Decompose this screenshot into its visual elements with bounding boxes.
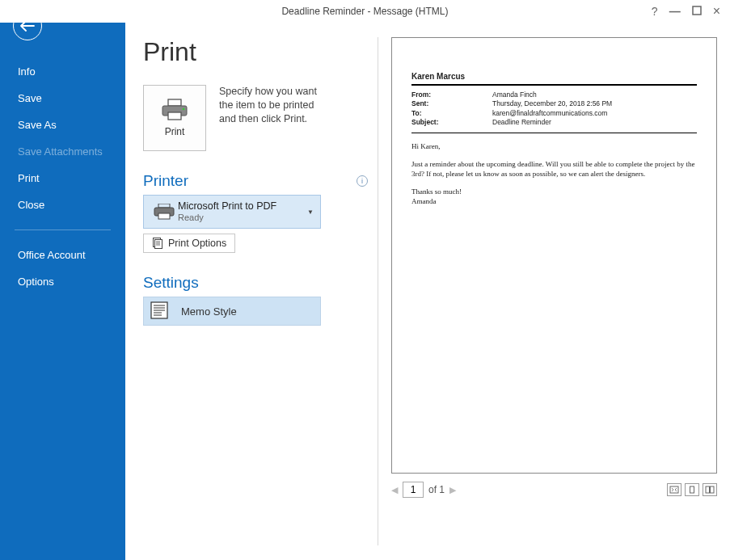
- print-button-label: Print: [165, 126, 185, 137]
- prev-page-icon[interactable]: ◀: [391, 485, 398, 495]
- sidebar-item-office-account[interactable]: Office Account: [0, 242, 125, 268]
- hdr-subject-value: Deadline Reminder: [492, 118, 551, 127]
- help-icon[interactable]: ?: [652, 6, 658, 17]
- preview-body: Hi Karen, Just a reminder about the upco…: [411, 141, 697, 207]
- hdr-sent-label: Sent:: [411, 99, 492, 108]
- sidebar-item-options[interactable]: Options: [0, 268, 125, 295]
- window-title: Deadline Reminder - Message (HTML): [281, 6, 448, 17]
- sidebar-item-info[interactable]: Info: [0, 58, 125, 85]
- body-greeting: Hi Karen,: [411, 141, 697, 151]
- window-controls: ? — ×: [652, 0, 725, 23]
- zoom-controls: [667, 483, 717, 496]
- svg-rect-3: [168, 112, 181, 120]
- hdr-to-value: karen@finaldraftcommunications.com: [492, 109, 607, 118]
- svg-rect-0: [693, 6, 701, 15]
- print-options-button[interactable]: Print Options: [143, 234, 235, 253]
- content-area: Print Print Specify how you want the ite…: [125, 23, 730, 560]
- hdr-to-label: To:: [411, 109, 492, 118]
- svg-rect-9: [155, 240, 162, 249]
- hdr-sent-value: Thursday, December 20, 2018 2:56 PM: [492, 99, 612, 108]
- printer-small-icon: [150, 204, 178, 220]
- svg-rect-11: [670, 486, 678, 493]
- title-bar: Deadline Reminder - Message (HTML) ? — ×: [0, 0, 730, 23]
- style-select[interactable]: Memo Style: [143, 297, 321, 326]
- backstage-sidebar: Info Save Save As Save Attachments Print…: [0, 0, 125, 560]
- sidebar-item-save-as[interactable]: Save As: [0, 112, 125, 138]
- svg-rect-14: [711, 486, 715, 493]
- sidebar-item-save[interactable]: Save: [0, 85, 125, 112]
- sidebar-item-close[interactable]: Close: [0, 192, 125, 218]
- svg-rect-12: [690, 486, 694, 493]
- preview-recipient-name: Karen Marcus: [411, 72, 697, 82]
- hdr-from-label: From:: [411, 91, 492, 99]
- svg-point-4: [183, 108, 185, 111]
- style-label: Memo Style: [181, 305, 237, 318]
- minimize-icon[interactable]: —: [669, 6, 681, 17]
- printer-name: Microsoft Print to PDF: [178, 200, 276, 213]
- memo-style-icon: [150, 301, 168, 322]
- sidebar-separator: [15, 229, 111, 230]
- print-options-icon: [152, 238, 163, 249]
- printer-section-label: Printer: [143, 172, 188, 190]
- body-closing1: Thanks so much!: [411, 187, 697, 196]
- printer-icon: [161, 99, 188, 121]
- page-title: Print: [143, 37, 368, 67]
- preview-page: Karen Marcus From:Amanda Finch Sent:Thur…: [391, 37, 717, 474]
- settings-section-label: Settings: [143, 274, 199, 292]
- zoom-fit-icon[interactable]: [667, 483, 681, 496]
- printer-section-title: Printer i: [143, 172, 368, 190]
- preview-pane: Karen Marcus From:Amanda Finch Sent:Thur…: [378, 23, 730, 560]
- sidebar-item-print[interactable]: Print: [0, 165, 125, 192]
- sidebar-item-save-attachments: Save Attachments: [0, 138, 125, 165]
- print-button[interactable]: Print: [143, 85, 206, 151]
- next-page-icon[interactable]: ▶: [449, 485, 456, 495]
- page-number-input[interactable]: [403, 482, 424, 498]
- printer-select[interactable]: Microsoft Print to PDF Ready ▼: [143, 195, 321, 229]
- hdr-subject-label: Subject:: [411, 118, 492, 127]
- maximize-icon[interactable]: [692, 6, 702, 17]
- hdr-from-value: Amanda Finch: [492, 91, 537, 99]
- settings-section-title: Settings: [143, 274, 368, 292]
- print-description: Specify how you want the item to be prin…: [219, 85, 332, 126]
- page-total-label: of 1: [428, 484, 445, 495]
- one-page-icon[interactable]: [685, 483, 699, 496]
- svg-rect-1: [168, 99, 181, 106]
- svg-rect-5: [158, 204, 170, 208]
- preview-rule-thick: [411, 84, 697, 86]
- svg-rect-7: [158, 213, 170, 219]
- preview-footer: ◀ of 1 ▶: [391, 482, 717, 498]
- printer-info-icon[interactable]: i: [357, 175, 368, 187]
- preview-rule-thin: [411, 133, 697, 133]
- print-config-pane: Print Print Specify how you want the ite…: [125, 23, 378, 560]
- chevron-down-icon: ▼: [307, 208, 314, 216]
- body-para1: Just a reminder about the upcoming deadl…: [411, 159, 697, 179]
- close-icon[interactable]: ×: [713, 5, 720, 18]
- svg-rect-13: [706, 486, 710, 493]
- printer-status: Ready: [178, 213, 276, 223]
- print-options-label: Print Options: [168, 238, 226, 249]
- multi-page-icon[interactable]: [703, 483, 717, 496]
- body-closing2: Amanda: [411, 196, 697, 206]
- pager: ◀ of 1 ▶: [391, 482, 456, 498]
